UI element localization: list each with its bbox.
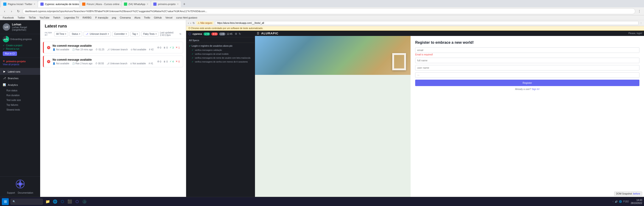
- sub-nav-top-failures[interactable]: Top failures: [0, 103, 40, 107]
- new-tab-button[interactable]: +: [181, 1, 187, 7]
- svg-point-4: [17, 183, 18, 185]
- forward-button[interactable]: ›: [9, 8, 14, 14]
- taskbar-chrome[interactable]: 🌑: [81, 199, 88, 205]
- svg-point-3: [20, 186, 21, 188]
- filter-status[interactable]: Status ▾: [70, 32, 82, 36]
- bookmark-alura[interactable]: Alura: [134, 16, 142, 19]
- taskbar-vscode[interactable]: ⬡: [59, 199, 66, 205]
- taskbar-terminal[interactable]: ⬛: [66, 199, 73, 205]
- tab-twitter[interactable]: Página Inicial / Twitter ×: [1, 1, 38, 7]
- refresh-icon[interactable]: ↻: [180, 33, 181, 35]
- timer-icon: ⏱: [96, 48, 98, 51]
- sidebar-item-analytics[interactable]: 📊 Analytics: [0, 82, 40, 88]
- hash-icon: #: [149, 48, 150, 51]
- filter-committer[interactable]: Committer ▾: [112, 32, 129, 36]
- sub-nav-slowest-tests[interactable]: Slowest tests: [0, 107, 40, 112]
- run-title-2: No commit message available: [52, 58, 155, 61]
- user-handle: Lorhan Rangel (rangellorhan): [12, 26, 38, 31]
- project-name: ✕ primeiro-projeto: [3, 60, 38, 63]
- right-reload-button[interactable]: ↻: [192, 21, 195, 25]
- reload-button[interactable]: ↻: [16, 8, 21, 14]
- bookmark-png[interactable]: png: [111, 16, 117, 19]
- tab-whatsapp[interactable]: (54) WhatsApp ×: [122, 1, 150, 7]
- sidebar-user-section: LO Lorhan Lorhan Rangel (rangellorhan): [0, 20, 40, 34]
- branch-icon: ⎇: [107, 62, 110, 65]
- taskbar-browser[interactable]: 🌐: [52, 199, 58, 205]
- taskbar-file-explorer[interactable]: 📁: [44, 199, 51, 205]
- onboarding-title: 67% Onboarding progress: [3, 36, 38, 42]
- sub-nav-run-status[interactable]: Run status: [0, 88, 40, 93]
- bookmark-legendas[interactable]: Legendas TV: [63, 16, 80, 19]
- view-all-projects-link[interactable]: View all projects: [3, 63, 38, 66]
- test-row-2[interactable]: ✓ verifica mensagens de email inválido: [187, 52, 254, 56]
- bookmark-trello[interactable]: Trello: [143, 16, 151, 19]
- bookmark-rarbg[interactable]: RARBG: [82, 16, 92, 19]
- email-input[interactable]: [415, 47, 640, 53]
- settings-icon[interactable]: ⚙: [235, 32, 237, 35]
- back-button[interactable]: ‹: [2, 8, 7, 14]
- app-bar: ☰ ALURAPIC Please, login!: [255, 31, 644, 36]
- chevron-down-icon: ▾: [126, 33, 127, 35]
- filter-all-time[interactable]: All Time ▾: [54, 32, 68, 36]
- battery-icon: P1B2: [623, 200, 628, 203]
- onboarding-section: 67% Onboarding progress ✓ Create a proje…: [0, 34, 40, 58]
- tab-close-projeto[interactable]: ×: [177, 2, 178, 6]
- bookmark-transicao[interactable]: P. transição: [94, 16, 109, 19]
- tab-close-whatsapp[interactable]: ×: [147, 2, 148, 6]
- bookmarks-bar: Facebook Twitter TikTok YouTube Twitch L…: [0, 15, 644, 20]
- right-more-options[interactable]: ⋮: [640, 22, 642, 24]
- sub-nav-run-duration[interactable]: Run duration: [0, 93, 40, 98]
- tab-alura[interactable]: Fórum | Alura - Cursos online ... ×: [80, 1, 121, 7]
- timer-icon: ⏱: [95, 62, 98, 65]
- username-field-container: [415, 65, 640, 71]
- more-options-button[interactable]: ⋮: [637, 8, 642, 14]
- run-ci-button[interactable]: Run in CI: [3, 51, 17, 56]
- bookmark-cinerama[interactable]: Cinerama: [119, 16, 132, 19]
- filter-unknown-branch[interactable]: ⎇ Unknown branch ▾: [84, 32, 111, 36]
- address-bar[interactable]: dashboard.cypress.io/projects/1qnz4s/run…: [22, 8, 635, 14]
- tab-projeto[interactable]: primeiro-projeto ×: [151, 1, 181, 7]
- bookmark-facebook[interactable]: Facebook: [2, 16, 15, 19]
- right-forward-button[interactable]: ›: [190, 21, 191, 25]
- bookmark-youtube[interactable]: YouTube: [38, 16, 50, 19]
- sidebar-item-latest-runs[interactable]: ▶ Latest runs: [0, 68, 40, 75]
- filter-tag[interactable]: Tag ▾: [130, 32, 140, 36]
- run-avatar-2: 👤 Not available: [52, 62, 69, 65]
- signin-link[interactable]: Sign In!: [532, 88, 540, 91]
- bookmark-twitch[interactable]: Twitch: [52, 16, 61, 19]
- support-link[interactable]: Support: [7, 192, 15, 194]
- sub-nav-test-suite-size[interactable]: Test suite size: [0, 98, 40, 103]
- bookmark-vercel[interactable]: Vercel: [164, 16, 174, 19]
- tab-title-cypress: Cypress: automação de testes t...: [45, 3, 80, 5]
- refresh-tests-icon[interactable]: ↻: [239, 32, 241, 35]
- onboarding-item-record: ✓ Record a run: [3, 47, 38, 51]
- username-input[interactable]: [415, 65, 640, 71]
- right-address-bar[interactable]: [215, 21, 638, 25]
- taskbar-search[interactable]: 🔍: [10, 199, 43, 205]
- run-item-1[interactable]: ✕ No commit message available 👤 Not avai…: [43, 42, 183, 53]
- bookmark-curso[interactable]: curso html gustavo: [175, 16, 198, 19]
- password-input[interactable]: [415, 72, 640, 78]
- test-runner-header: ⬡ cypress ✓ 4 ✕ 0 ○ 0 12:45 ⚙ ↻: [186, 31, 255, 37]
- taskbar-cypress[interactable]: ⬡: [74, 199, 80, 205]
- bookmark-twitter[interactable]: Twitter: [16, 16, 26, 19]
- content-header: Latest runs FILTER BY All Time ▾ Status …: [40, 20, 186, 39]
- run-item-2[interactable]: ✕ No commit message available 👤 Not avai…: [43, 56, 183, 67]
- documentation-link[interactable]: Documentation: [18, 192, 33, 194]
- bookmark-github[interactable]: GitHub: [153, 16, 162, 19]
- start-button[interactable]: ⊞: [2, 198, 9, 205]
- tab-close-twitter[interactable]: ×: [34, 2, 35, 6]
- sidebar-item-branches[interactable]: ⎇ Branches: [0, 75, 40, 82]
- test-row-1[interactable]: ✓ verifica mensagens validação: [187, 48, 254, 52]
- bookmark-tiktok[interactable]: TikTok: [28, 16, 37, 19]
- filter-flaky-tests[interactable]: Flaky Tests ▾: [141, 32, 158, 36]
- tab-cypress[interactable]: Cypress: automação de testes t... ×: [38, 1, 80, 7]
- test-row-3[interactable]: ✓ verifica mensagens de nome de usuário …: [187, 56, 254, 60]
- run-meta-1: 👤 Not available 🕐 Ran 19 mins ago ⏱ 01:2…: [52, 48, 155, 51]
- test-row-4[interactable]: ✓ verifica mensagens de senha com menos …: [187, 60, 254, 64]
- fullname-input[interactable]: [415, 58, 640, 63]
- run-duration-2: ⏱ 00:55: [95, 62, 104, 65]
- right-back-button[interactable]: ‹: [188, 21, 189, 25]
- submit-button[interactable]: Register: [415, 80, 640, 86]
- tab-favicon-alura: [82, 2, 86, 6]
